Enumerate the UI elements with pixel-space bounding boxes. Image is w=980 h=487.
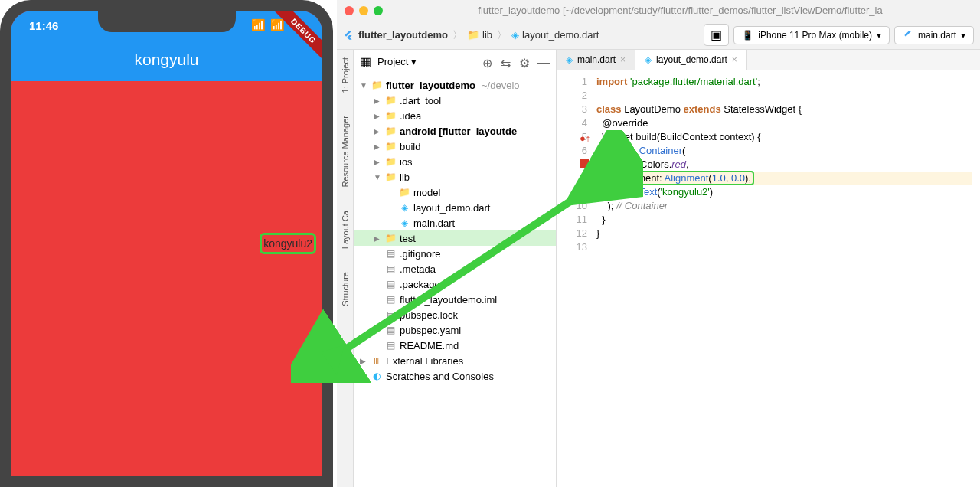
code[interactable]: import 'package:flutter/material.dart';c… — [596, 70, 980, 487]
file-icon: ▤ — [384, 247, 397, 260]
tree-item[interactable]: ▶📁android [flutter_layoutde — [354, 123, 556, 139]
folder-icon: 📁 — [384, 94, 397, 106]
chevron-icon: ▶ — [374, 96, 381, 105]
tree-item[interactable]: ▼📁lib — [354, 169, 556, 185]
tree-item[interactable]: ◈layout_demo.dart — [354, 200, 556, 215]
phone-icon: 📱 — [742, 30, 753, 41]
window-close-icon[interactable] — [345, 6, 354, 15]
tree-label: .gitignore — [400, 248, 440, 260]
dart-icon: ◈ — [511, 29, 519, 41]
gutter-line: 2 — [560, 89, 587, 103]
wifi-icon: 📶 — [270, 18, 285, 32]
file-icon: ▤ — [384, 278, 397, 290]
notch — [98, 11, 236, 32]
tree-label: android [flutter_layoutde — [400, 126, 517, 137]
gutter-line: 11 — [560, 213, 587, 227]
folder-icon: 📁 — [384, 171, 397, 183]
breadcrumb-file[interactable]: layout_demo.dart — [522, 29, 599, 41]
code-line[interactable]: ); // Container — [596, 199, 980, 213]
tree-item[interactable]: ▤README.md — [354, 338, 556, 353]
tree-label: .packages — [400, 279, 445, 290]
tree-label: model — [413, 187, 440, 198]
side-tab-structure[interactable]: Structure — [341, 272, 350, 306]
code-line[interactable]: return Container( — [596, 144, 980, 158]
tree-label: .idea — [400, 110, 421, 122]
file-icon: ▤ — [384, 263, 397, 275]
run-target-icon[interactable]: ▣ — [704, 24, 729, 46]
project-title[interactable]: Project ▾ — [377, 56, 476, 67]
dart-icon: ◈ — [566, 54, 573, 65]
tree-item[interactable]: ▶⫼External Libraries — [354, 353, 556, 368]
file-icon: ▤ — [384, 324, 397, 336]
tree-item[interactable]: ▤.metada — [354, 261, 556, 276]
tree-label: README.md — [400, 340, 459, 351]
tree-item[interactable]: ▤pubspec.lock — [354, 307, 556, 322]
code-line[interactable]: Widget build(BuildContext context) { — [596, 130, 980, 144]
breadcrumb-lib[interactable]: lib — [482, 29, 492, 41]
code-editor[interactable]: 12345●↑678910111213 import 'package:flut… — [557, 70, 980, 487]
tree-label: Scratches and Consoles — [386, 371, 494, 382]
tree-item[interactable]: ▶📁.dart_tool — [354, 93, 556, 108]
device-selector[interactable]: 📱 iPhone 11 Pro Max (mobile) ▾ — [733, 26, 890, 44]
status-time: 11:46 — [29, 19, 58, 32]
chevron-down-icon: ▾ — [411, 56, 416, 67]
editor-tab-main[interactable]: ◈ main.dart × — [557, 50, 635, 70]
tree-item[interactable]: ▤.packages — [354, 276, 556, 292]
code-line[interactable]: } — [596, 227, 980, 240]
editor-tab-layout[interactable]: ◈ layout_demo.dart × — [635, 50, 747, 70]
code-line[interactable]: child: Text('kongyulu2') — [596, 185, 980, 199]
tree-label: main.dart — [413, 217, 455, 229]
tree-item[interactable]: ▶📁ios — [354, 154, 556, 169]
dart-icon: ◈ — [398, 201, 410, 214]
tree-label: flutter_layoutdemo.iml — [400, 294, 497, 306]
code-line[interactable]: alignment: Alignment(1.0, 0.0), — [596, 172, 980, 185]
code-line[interactable] — [596, 89, 980, 103]
code-line[interactable]: import 'package:flutter/material.dart'; — [596, 75, 980, 89]
tree-item[interactable]: ▤.gitignore — [354, 246, 556, 261]
locate-icon[interactable]: ⊕ — [482, 56, 495, 68]
breadcrumb[interactable]: flutter_layoutdemo 〉 📁 lib 〉 ◈ layout_de… — [358, 28, 599, 42]
gutter-line: 12 — [560, 227, 587, 240]
gutter-line: 5●↑ — [560, 130, 587, 144]
tree-item[interactable]: 📁model — [354, 185, 556, 200]
code-line[interactable]: color: Colors.red, — [596, 158, 980, 172]
project-view-icon: ▦ — [360, 54, 371, 69]
chevron-icon: ▶ — [360, 357, 368, 365]
code-line[interactable]: class LayoutDemo extends StatelessWidget… — [596, 103, 980, 116]
code-line[interactable] — [596, 240, 980, 254]
signal-icon: 📶 — [251, 18, 266, 32]
tree-label: pubspec.lock — [400, 309, 458, 321]
tree-item[interactable]: ▤flutter_layoutdemo.iml — [354, 292, 556, 307]
side-tab-layout[interactable]: Layout Ca — [341, 211, 350, 249]
window-title: flutter_layoutdemo [~/development/study/… — [388, 5, 972, 16]
tree-item[interactable]: ▤pubspec.yaml — [354, 322, 556, 338]
window-zoom-icon[interactable] — [374, 6, 383, 15]
close-icon[interactable]: × — [620, 54, 626, 65]
window-minimize-icon[interactable] — [359, 6, 368, 15]
tree-label: layout_demo.dart — [413, 202, 490, 214]
collapse-icon[interactable]: ⇆ — [501, 56, 513, 68]
gear-icon[interactable]: ⚙ — [519, 56, 531, 68]
chevron-icon: ▶ — [374, 234, 381, 243]
tree-item[interactable]: ▶📁build — [354, 139, 556, 154]
tree-root[interactable]: ▼ 📁 flutter_layoutdemo ~/develo — [354, 77, 556, 93]
side-tab-resource[interactable]: Resource Manager — [341, 116, 350, 188]
tree-item[interactable]: ▶📁.idea — [354, 108, 556, 123]
run-config-selector[interactable]: main.dart ▾ — [894, 26, 974, 44]
code-line[interactable]: @override — [596, 116, 980, 130]
hide-icon[interactable]: — — [537, 56, 550, 68]
project-tree[interactable]: ▼ 📁 flutter_layoutdemo ~/develo ▶📁.dart_… — [354, 74, 556, 487]
tree-label: ios — [400, 156, 413, 168]
tree-item[interactable]: ◐Scratches and Consoles — [354, 368, 556, 384]
chevron-icon: ▶ — [374, 127, 381, 136]
gutter-line: 6 — [560, 144, 587, 158]
code-line[interactable]: } — [596, 213, 980, 227]
gutter-line: 4 — [560, 116, 587, 130]
close-icon[interactable]: × — [732, 54, 737, 65]
gutter: 12345●↑678910111213 — [557, 70, 596, 487]
tree-item[interactable]: ▶📁test — [354, 230, 556, 246]
tree-item[interactable]: ◈main.dart — [354, 215, 556, 230]
tree-label: pubspec.yaml — [400, 325, 461, 336]
breadcrumb-root[interactable]: flutter_layoutdemo — [358, 29, 448, 41]
side-tab-project[interactable]: 1: Project — [341, 57, 350, 93]
